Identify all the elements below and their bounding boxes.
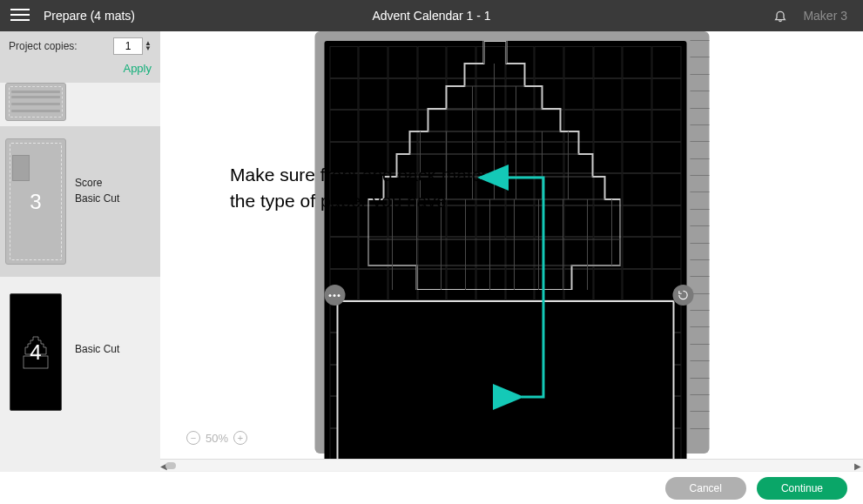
- mat-thumb: [5, 83, 66, 121]
- mat-ops: Score Basic Cut: [75, 175, 119, 206]
- bell-icon[interactable]: [773, 9, 787, 23]
- mat-thumb: 4: [5, 289, 66, 415]
- horizontal-scrollbar[interactable]: ◀▶: [160, 459, 863, 471]
- zoom-level: 50%: [206, 432, 228, 445]
- menu-icon[interactable]: [10, 9, 30, 23]
- op-label: Basic Cut: [75, 341, 119, 357]
- footer: Cancel Continue: [0, 471, 863, 504]
- titlebar: Prepare (4 mats) Advent Calendar 1 - 1 M…: [0, 0, 863, 31]
- copies-input[interactable]: [113, 37, 143, 55]
- zoom-out-button[interactable]: −: [186, 431, 200, 445]
- mat-number: 3: [30, 190, 41, 214]
- project-copies-row: Project copies: ▲▼: [0, 31, 160, 58]
- rotate-handle[interactable]: [672, 285, 693, 306]
- machine-label[interactable]: Maker 3: [803, 9, 847, 23]
- op-label: Score: [75, 175, 119, 191]
- mat-list[interactable]: 3 Score Basic Cut 4 Basic Cut: [0, 83, 160, 471]
- mat-item-partial[interactable]: [0, 83, 160, 126]
- copies-label: Project copies:: [9, 40, 78, 52]
- ruler-right: [690, 40, 709, 445]
- canvas-viewport[interactable]: Make sure front and back match the type …: [160, 31, 863, 459]
- prepare-label: Prepare (4 mats): [44, 9, 135, 23]
- cut-shape-rect[interactable]: [336, 300, 674, 459]
- apply-button[interactable]: Apply: [123, 62, 152, 75]
- mat-item-3[interactable]: 3 Score Basic Cut: [0, 126, 160, 277]
- project-title: Advent Calendar 1 - 1: [372, 9, 490, 23]
- mat-number: 4: [30, 340, 41, 365]
- cancel-button[interactable]: Cancel: [665, 477, 746, 500]
- op-label: Basic Cut: [75, 191, 119, 206]
- options-handle[interactable]: [324, 285, 345, 306]
- sidebar: Project copies: ▲▼ Apply 3: [0, 31, 160, 471]
- canvas-area: Make sure front and back match the type …: [160, 31, 863, 471]
- continue-button[interactable]: Continue: [757, 477, 847, 500]
- cut-shape-tree: [367, 41, 620, 290]
- mat-item-4[interactable]: 4 Basic Cut: [0, 277, 160, 427]
- zoom-control[interactable]: − 50% +: [186, 431, 247, 445]
- mat-thumb: 3: [5, 138, 66, 265]
- mat-ops: Basic Cut: [75, 341, 119, 357]
- copies-stepper[interactable]: ▲▼: [145, 41, 152, 51]
- zoom-in-button[interactable]: +: [233, 431, 247, 445]
- mat-preview[interactable]: [314, 31, 709, 454]
